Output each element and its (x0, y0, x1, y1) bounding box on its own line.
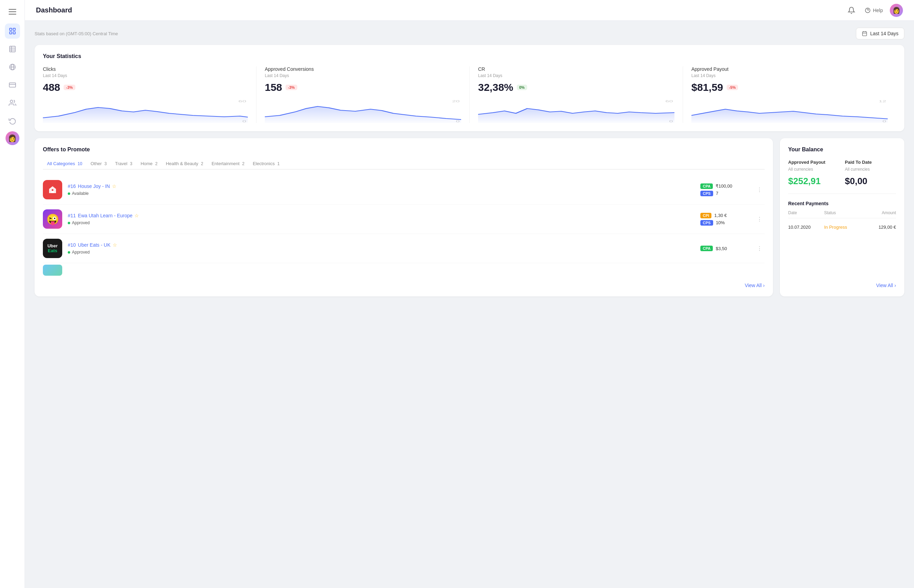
stat-conversions-value: 158 (265, 82, 282, 93)
offer-name-uber-eats: #10 Uber Eats - UK ☆ (68, 242, 695, 248)
offer-info-uber-eats: #10 Uber Eats - UK ☆ Approved (68, 242, 695, 255)
tag-cpi-value: 1,30 € (714, 213, 726, 218)
sidebar-item-dashboard[interactable] (5, 24, 20, 39)
stat-clicks-value-row: 488 -3% (43, 82, 248, 93)
stat-payout-value-row: $81,59 -5% (691, 82, 888, 93)
offers-view-all-label: View All (745, 283, 762, 288)
offer-status-ewa-utah: Approved (68, 220, 695, 225)
status-dot-approved-uber (68, 251, 70, 254)
offer-info-ewa-utah: #11 Ewa Utah Learn - Europe ☆ Approved (68, 213, 695, 225)
paid-to-date-label: Paid To Date (845, 160, 896, 165)
user-avatar[interactable]: 👩 (890, 4, 903, 17)
stat-conversions-period: Last 14 Days (265, 73, 461, 78)
offer-more-house-joy[interactable]: ⋮ (754, 184, 765, 195)
sidebar-item-users[interactable] (5, 95, 20, 111)
stats-card: Your Statistics Clicks Last 14 Days 488 … (35, 45, 904, 131)
hamburger-menu[interactable] (6, 5, 19, 18)
tab-home[interactable]: Home 2 (137, 158, 162, 170)
offer-more-ewa-utah[interactable]: ⋮ (754, 214, 765, 224)
offer-status-uber-eats: Approved (68, 250, 695, 255)
topbar-right: Help 👩 (845, 4, 903, 17)
offer-name-house-joy: #16 House Joy - IN ☆ (68, 183, 695, 189)
notifications-bell[interactable] (845, 4, 857, 16)
stat-cr-period: Last 14 Days (478, 73, 675, 78)
date-range-button[interactable]: Last 14 Days (856, 27, 904, 39)
approved-payout-amount: $252,91 (788, 176, 840, 187)
payments-col-amount: Amount (860, 210, 896, 215)
sidebar-item-reports[interactable] (5, 42, 20, 57)
stat-clicks-chart: 60 0 (43, 99, 248, 123)
offer-tag-row-cps2: CPS 10% (700, 220, 749, 226)
svg-text:60: 60 (238, 100, 246, 103)
offer-tags-uber-eats: CPA $3,50 (700, 246, 749, 251)
offer-star-ewa[interactable]: ☆ (134, 213, 139, 218)
tab-health-beauty[interactable]: Health & Beauty 2 (162, 158, 207, 170)
timezone-label: Stats based on (GMT-05:00) Central Time (35, 31, 118, 36)
stat-payout-label: Approved Payout (691, 66, 888, 72)
sidebar-item-payments[interactable] (5, 78, 20, 92)
offer-star-uber[interactable]: ☆ (113, 242, 117, 248)
tab-electronics[interactable]: Electronics 1 (249, 158, 284, 170)
offers-card: Offers to Promote All Categories 10 Othe… (35, 138, 773, 296)
page-title: Dashboard (36, 6, 72, 14)
sidebar-avatar[interactable]: 👩 (5, 131, 19, 145)
stat-conversions-chart: 20 0 (265, 99, 461, 123)
svg-rect-16 (862, 32, 867, 36)
payment-row-1: 10.07.2020 In Progress 129,00 € (788, 221, 896, 233)
status-dot-approved-ewa (68, 222, 70, 224)
stat-cr: CR Last 14 Days 32,38% 0% 60 0 (469, 66, 683, 123)
offer-more-uber-eats[interactable]: ⋮ (754, 243, 765, 254)
svg-rect-3 (13, 32, 15, 34)
tab-entertainment[interactable]: Entertainment 2 (207, 158, 249, 170)
recent-payments-title: Recent Payments (788, 201, 896, 206)
sidebar-item-globe[interactable] (5, 60, 20, 74)
offers-title: Offers to Promote (43, 147, 765, 153)
stat-clicks-value: 488 (43, 82, 60, 93)
svg-text:20: 20 (452, 100, 460, 103)
tag-cpa2-value: $3,50 (715, 246, 727, 251)
date-range-label: Last 14 Days (870, 31, 898, 36)
stat-cr-value: 32,38% (478, 82, 513, 93)
stats-title: Your Statistics (43, 53, 896, 60)
stat-conversions-value-row: 158 -3% (265, 82, 461, 93)
offer-tag-row-cps: CPS 7 (700, 191, 749, 196)
tag-cpa: CPA (700, 183, 713, 189)
offer-tag-row-cpi: CPI 1,30 € (700, 213, 749, 218)
offer-name-ewa-utah: #11 Ewa Utah Learn - Europe ☆ (68, 213, 695, 218)
stat-clicks-label: Clicks (43, 66, 248, 72)
offer-info-house-joy: #16 House Joy - IN ☆ Available (68, 183, 695, 196)
balance-amounts-row: Approved Payout All currencies $252,91 P… (788, 160, 896, 194)
stat-payout-value: $81,59 (691, 82, 723, 93)
offer-tags-ewa-utah: CPI 1,30 € CPS 10% (700, 213, 749, 226)
tab-all-categories[interactable]: All Categories 10 (43, 158, 86, 170)
approved-payout-sub: All currencies (788, 167, 840, 172)
payments-col-status: Status (824, 210, 860, 215)
stat-clicks-period: Last 14 Days (43, 73, 248, 78)
payment-date-1: 10.07.2020 (788, 225, 824, 230)
sidebar-item-history[interactable] (5, 113, 20, 129)
stat-clicks: Clicks Last 14 Days 488 -3% 60 0 (43, 66, 256, 123)
main-area: Dashboard Help 👩 Stats based on (GMT-05:… (25, 0, 914, 588)
svg-text:60: 60 (665, 100, 673, 103)
payments-header: Date Status Amount (788, 210, 896, 218)
stat-payout-badge: -5% (726, 85, 738, 90)
bottom-grid: Offers to Promote All Categories 10 Othe… (35, 138, 904, 296)
balance-view-all-button[interactable]: View All › (876, 283, 896, 288)
offer-star-house-joy[interactable]: ☆ (112, 183, 116, 189)
svg-point-29 (52, 189, 53, 191)
approved-payout-label: Approved Payout (788, 160, 840, 165)
subheader: Stats based on (GMT-05:00) Central Time … (35, 27, 904, 39)
offer-row-ewa-utah: 😜 #11 Ewa Utah Learn - Europe ☆ Approved (43, 205, 765, 234)
svg-rect-2 (9, 32, 11, 34)
tab-travel[interactable]: Travel 3 (111, 158, 137, 170)
offer-row-house-joy: #16 House Joy - IN ☆ Available CPA ₹100,… (43, 175, 765, 205)
offers-view-all-button[interactable]: View All › (745, 283, 765, 288)
tag-cps-value: 7 (716, 191, 718, 196)
stat-conversions-label: Approved Conversions (265, 66, 461, 72)
tab-other[interactable]: Other 3 (86, 158, 111, 170)
offer-status-house-joy: Available (68, 191, 695, 196)
stat-payout-period: Last 14 Days (691, 73, 888, 78)
stat-cr-chart: 60 0 (478, 99, 675, 123)
help-button[interactable]: Help (865, 7, 883, 13)
offer-tags-house-joy: CPA ₹100,00 CPS 7 (700, 183, 749, 196)
